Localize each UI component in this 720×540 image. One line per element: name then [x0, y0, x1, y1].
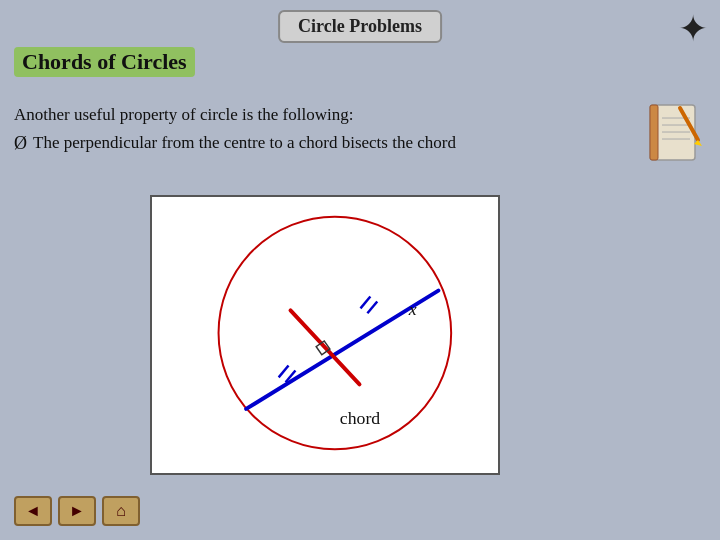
bullet-text: The perpendicular from the centre to a c…: [33, 133, 456, 154]
star-icon: ✦: [678, 8, 708, 50]
title-text: Circle Problems: [298, 16, 422, 36]
chords-heading: Chords of Circles: [14, 47, 195, 77]
subtitle: Another useful property of circle is the…: [14, 105, 706, 125]
bullet-point: Ø The perpendicular from the centre to a…: [14, 133, 706, 154]
svg-text:chord: chord: [340, 408, 381, 428]
back-button[interactable]: ◄: [14, 496, 52, 526]
svg-text:x: x: [408, 299, 417, 319]
svg-rect-1: [650, 105, 658, 160]
svg-line-14: [367, 301, 377, 313]
title-box: Circle Problems: [278, 10, 442, 43]
svg-line-15: [360, 297, 370, 309]
bullet-arrow: Ø: [14, 133, 27, 154]
nav-buttons: ◄ ► ⌂: [14, 496, 140, 526]
home-button[interactable]: ⌂: [102, 496, 140, 526]
notebook-decoration: [640, 100, 710, 170]
forward-button[interactable]: ►: [58, 496, 96, 526]
svg-point-8: [219, 217, 452, 450]
main-content: Another useful property of circle is the…: [14, 105, 706, 160]
page: Circle Problems ✦ Chords of Circles Anot…: [0, 0, 720, 540]
svg-line-12: [279, 366, 289, 378]
diagram-svg: x chord: [152, 197, 498, 473]
diagram-box: x chord: [150, 195, 500, 475]
